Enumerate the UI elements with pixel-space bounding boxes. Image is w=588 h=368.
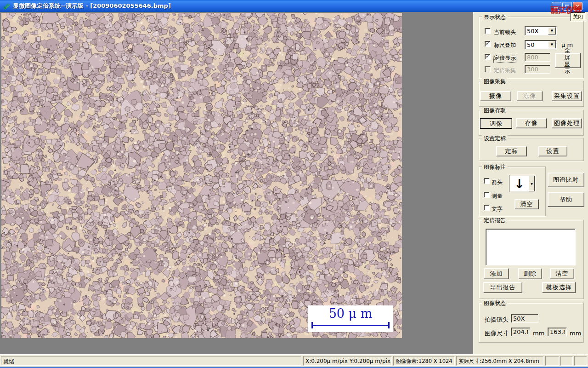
report-add-button[interactable]: 添加	[484, 268, 509, 279]
image-width-field[interactable]	[511, 328, 530, 336]
group-calibration: 设置定标	[479, 138, 584, 161]
fixed-display-checkbox[interactable]	[485, 54, 491, 60]
current-lens-value: 50X	[527, 28, 538, 34]
status-image-pixels: 图像像素:1280 X 1024	[393, 356, 455, 366]
report-template-button[interactable]: 模板选择	[542, 282, 576, 293]
group-annotation-title: 图像标注	[482, 163, 508, 171]
status-actual-size: 实际尺寸:256.0mm X 204.8mm	[456, 356, 543, 366]
image-width-unit: mm	[533, 330, 544, 337]
close-button[interactable]: ✕	[573, 2, 582, 11]
image-height-field[interactable]	[548, 328, 567, 336]
current-lens-combo[interactable]: 50X ▼	[525, 26, 557, 35]
status-pixel-scale: X:0.200μ m/pix Y:0.200μ m/pix	[303, 356, 392, 366]
ruler-overlay-checkbox[interactable]	[485, 41, 491, 47]
shoot-lens-field[interactable]	[511, 314, 538, 323]
arrow-style-icon: ↓	[510, 176, 529, 191]
status-empty-1	[545, 356, 559, 366]
arrow-style-combo[interactable]: ↓ ▼	[509, 175, 536, 192]
status-empty-3	[574, 356, 587, 366]
group-display-status-title: 显示状态	[482, 13, 508, 21]
report-export-button[interactable]: 导出报告	[483, 282, 522, 293]
close-icon: ✕	[575, 3, 580, 10]
scale-bar-overlay: 50 μ m	[308, 305, 393, 332]
freeze-button: 冻像	[517, 91, 543, 101]
group-image-status-title: 图像状态	[482, 299, 508, 307]
group-image-capture-title: 图像采集	[482, 78, 508, 86]
close-tooltip: 关闭	[571, 12, 585, 21]
ruler-value: 50	[527, 41, 535, 48]
restore-icon	[565, 5, 569, 8]
load-image-button[interactable]: 调像	[480, 118, 512, 129]
title-bar: 显微图像定倍系统--演示版 - [20090602055646.bmp] ✕	[0, 0, 588, 12]
arrow-annotation-checkbox[interactable]	[484, 178, 490, 184]
fixed-capture-label: 定倍采集	[494, 67, 516, 75]
text-annotation-checkbox[interactable]	[484, 205, 490, 211]
current-lens-dropdown-icon[interactable]: ▼	[548, 27, 556, 34]
atlas-compare-button[interactable]: 图谱比对	[548, 172, 584, 187]
fixed-capture-field	[525, 65, 550, 74]
control-panel: 显示状态 当前镜头 50X ▼ 标尺叠加 50 ▼ μ m 定倍显示 定倍采集 …	[473, 12, 588, 354]
report-delete-button[interactable]: 删除	[518, 268, 542, 279]
image-process-button[interactable]: 图像处理	[552, 118, 582, 128]
calibration-set-button[interactable]: 设置	[538, 146, 567, 156]
micrograph-viewport[interactable]: 50 μ m	[1, 13, 402, 338]
ruler-overlay-label: 标尺叠加	[494, 41, 516, 49]
scale-bar-line	[311, 325, 390, 326]
current-lens-label: 当前镜头	[494, 29, 516, 36]
group-image-storage-title: 图像存取	[482, 107, 508, 115]
group-report-title: 定倍报告	[482, 217, 508, 224]
annotation-clear-button[interactable]: 清空	[514, 199, 539, 209]
app-icon	[3, 2, 11, 10]
fixed-display-label: 定倍显示	[494, 54, 516, 62]
ruler-dropdown-icon[interactable]: ▼	[548, 41, 556, 48]
fullscreen-button[interactable]: 全屏显示	[555, 53, 581, 68]
client-area: 50 μ m 显示状态 当前镜头 50X ▼ 标尺叠加 50 ▼ μ m 定倍显…	[0, 12, 588, 354]
capture-settings-button[interactable]: 采集设置	[552, 91, 582, 101]
text-annotation-label: 文字	[492, 205, 503, 213]
group-calibration-title: 设置定标	[482, 135, 508, 143]
status-empty-2	[560, 356, 573, 366]
minimize-icon	[554, 7, 558, 9]
report-listbox[interactable]	[486, 229, 576, 265]
shoot-button[interactable]: 摄像	[480, 91, 511, 101]
arrow-style-dropdown-icon[interactable]: ▼	[529, 176, 535, 191]
calibrate-button[interactable]: 定标	[496, 146, 527, 156]
status-ready: 就绪	[1, 356, 301, 366]
shoot-lens-label: 拍摄镜头	[485, 316, 509, 324]
fixed-display-field[interactable]	[525, 53, 550, 62]
measure-annotation-checkbox[interactable]	[484, 192, 490, 198]
measure-annotation-label: 测量	[492, 192, 503, 200]
micrograph-image[interactable]	[1, 13, 402, 338]
ruler-value-combo[interactable]: 50 ▼	[525, 40, 557, 49]
image-size-label: 图像尺寸	[485, 329, 509, 338]
window-title: 显微图像定倍系统--演示版 - [20090602055646.bmp]	[13, 2, 171, 10]
help-button[interactable]: 帮助	[548, 192, 584, 207]
minimize-button[interactable]	[552, 2, 561, 11]
current-lens-checkbox[interactable]	[485, 28, 491, 34]
status-bar: 就绪 X:0.200μ m/pix Y:0.200μ m/pix 图像像素:12…	[0, 354, 588, 367]
fixed-capture-checkbox	[485, 66, 491, 72]
scale-bar-label: 50 μ m	[308, 306, 393, 321]
report-clear-button[interactable]: 清空	[550, 268, 574, 279]
save-image-button[interactable]: 存像	[516, 118, 547, 128]
restore-button[interactable]	[562, 2, 572, 11]
arrow-annotation-label: 箭头	[492, 178, 503, 186]
image-height-unit: mm	[570, 330, 581, 337]
